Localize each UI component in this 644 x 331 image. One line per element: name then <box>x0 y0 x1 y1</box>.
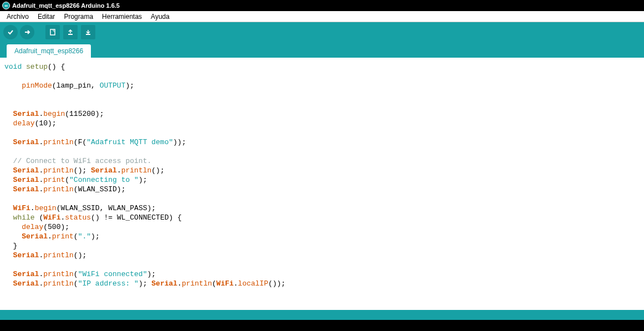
code-token: println <box>43 279 74 288</box>
code-token: (WLAN_SSID); <box>74 185 126 193</box>
code-token: "Connecting to " <box>69 176 139 184</box>
window-title: Adafruit_mqtt_esp8266 Arduino 1.6.5 <box>12 2 120 9</box>
titlebar: ∞ Adafruit_mqtt_esp8266 Arduino 1.6.5 <box>0 0 644 11</box>
code-token: (WLAN_SSID, WLAN_PASS); <box>57 204 156 212</box>
tabbar: Adafruit_mqtt_esp8266 <box>0 42 644 58</box>
upload-button[interactable] <box>20 25 34 39</box>
code-token: Serial <box>13 270 39 278</box>
code-token: Serial <box>22 232 48 241</box>
sketch-tab[interactable]: Adafruit_mqtt_esp8266 <box>7 44 91 58</box>
code-token: } <box>13 242 18 250</box>
code-token: "WiFi connected" <box>78 270 147 278</box>
menu-help[interactable]: Ayuda <box>146 12 174 22</box>
console-area <box>0 320 644 331</box>
code-editor[interactable]: void setup() { pinMode(lamp_pin, OUTPUT)… <box>0 58 644 310</box>
code-token: Serial <box>13 279 39 288</box>
code-token: (lamp_pin, <box>52 82 100 90</box>
code-token: pinMode <box>22 82 52 90</box>
code-token: ( <box>74 232 78 241</box>
code-token: Serial <box>13 110 39 118</box>
code-token: Serial <box>13 138 39 146</box>
code-token: println <box>43 138 74 146</box>
menu-edit[interactable]: Editar <box>33 12 59 22</box>
code-token: Serial <box>13 176 39 184</box>
code-token: void <box>4 63 22 71</box>
code-token: (115200); <box>65 110 104 118</box>
code-token: Serial <box>151 279 177 288</box>
verify-button[interactable] <box>3 25 18 39</box>
code-token: println <box>43 270 74 278</box>
code-token: println <box>43 185 74 193</box>
code-token: delay <box>13 119 35 128</box>
code-token: "IP address: " <box>78 279 139 288</box>
code-token: print <box>52 232 74 241</box>
code-token: println <box>121 166 152 175</box>
code-token: delay <box>22 223 43 231</box>
menu-file[interactable]: Archivo <box>2 12 33 22</box>
code-token: (F( <box>74 138 86 146</box>
code-token: (500); <box>43 223 69 231</box>
code-token: "." <box>78 232 91 241</box>
toolbar <box>0 22 644 42</box>
code-token: (); <box>151 166 164 175</box>
code-token: WiFi <box>43 213 60 222</box>
code-token: begin <box>35 204 57 212</box>
code-token: print <box>43 176 65 184</box>
code-token: () { <box>48 63 65 71</box>
code-token: localIP <box>238 279 268 288</box>
statusbar <box>0 310 644 320</box>
new-button[interactable] <box>45 25 60 39</box>
code-token: WiFi <box>216 279 233 288</box>
menubar: Archivo Editar Programa Herramientas Ayu… <box>0 11 644 22</box>
code-token: "Adafruit MQTT demo" <box>86 138 173 146</box>
code-token: begin <box>43 110 65 118</box>
svg-rect-2 <box>86 34 90 35</box>
menu-sketch[interactable]: Programa <box>59 12 98 22</box>
code-token: (); <box>74 166 91 175</box>
code-token: ( <box>74 279 78 288</box>
code-token: println <box>182 279 212 288</box>
code-token: println <box>43 251 74 259</box>
code-token: ( <box>35 213 44 222</box>
code-token: ); <box>139 176 147 184</box>
code-token: ); <box>125 82 134 90</box>
code-token: while <box>13 213 35 222</box>
code-token: ( <box>65 176 69 184</box>
code-token: ); <box>147 270 156 278</box>
code-token: Serial <box>13 185 39 193</box>
code-token: println <box>43 166 74 175</box>
code-comment: // Connect to WiFi access point. <box>13 157 152 165</box>
code-token: Serial <box>13 251 39 259</box>
code-token: )); <box>173 138 186 146</box>
code-token: () != WL_CONNECTED) { <box>91 213 182 222</box>
code-token: ()); <box>268 279 285 288</box>
code-token: ); <box>139 279 151 288</box>
arduino-app-icon: ∞ <box>2 2 10 9</box>
code-token: Serial <box>91 166 117 175</box>
save-button[interactable] <box>81 25 95 39</box>
code-token: (10); <box>35 119 57 128</box>
code-token: WiFi <box>13 204 30 212</box>
code-token: setup <box>26 63 48 71</box>
menu-tools[interactable]: Herramientas <box>98 12 146 22</box>
svg-rect-0 <box>50 29 55 35</box>
code-token: Serial <box>13 166 39 175</box>
code-token: ( <box>74 270 78 278</box>
svg-rect-1 <box>68 34 73 35</box>
code-token: status <box>65 213 91 222</box>
code-token: (); <box>74 251 86 259</box>
code-token: ); <box>91 232 100 241</box>
open-button[interactable] <box>63 25 78 39</box>
code-token: OUTPUT <box>100 82 126 90</box>
